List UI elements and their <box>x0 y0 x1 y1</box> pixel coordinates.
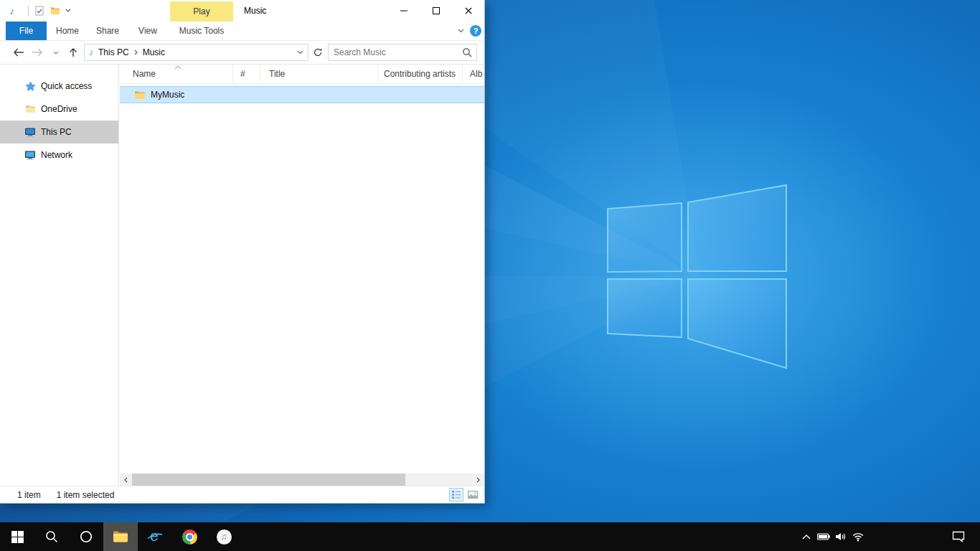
search-box <box>328 44 477 61</box>
sidebar-item-label: Quick access <box>41 81 92 91</box>
sort-ascending-icon <box>174 65 182 69</box>
play-header-label: Play <box>193 6 209 17</box>
search-icon <box>45 530 58 543</box>
address-dropdown-icon[interactable] <box>292 50 308 55</box>
search-input[interactable] <box>329 47 458 57</box>
column-header-album[interactable]: Alb <box>463 65 484 83</box>
qat-new-folder-icon[interactable] <box>50 6 60 15</box>
chevron-down-icon <box>53 51 59 55</box>
back-button[interactable] <box>9 41 29 64</box>
sidebar-item-onedrive[interactable]: OneDrive <box>0 98 118 121</box>
sidebar-item-label: OneDrive <box>41 104 77 114</box>
sidebar-item-label: This PC <box>41 127 72 137</box>
details-view-button[interactable] <box>449 488 463 501</box>
action-center-icon <box>952 531 965 542</box>
recent-locations-dropdown[interactable] <box>49 41 63 64</box>
monitor-icon <box>24 126 36 138</box>
cortana-button[interactable] <box>69 522 103 551</box>
internet-explorer-icon: e <box>146 529 164 545</box>
quick-access-toolbar-separator <box>28 6 29 16</box>
column-header-label: Alb <box>470 69 482 79</box>
view-toggle-buttons <box>449 488 480 501</box>
scroll-right-arrow[interactable] <box>472 474 484 486</box>
star-icon <box>24 80 36 92</box>
contextual-tab-play-header[interactable]: Play <box>170 1 233 22</box>
file-row-mymusic[interactable]: MyMusic <box>120 86 484 103</box>
chevron-up-icon <box>802 534 811 540</box>
tab-view[interactable]: View <box>131 22 165 40</box>
sidebar-item-quick-access[interactable]: Quick access <box>0 75 118 98</box>
up-arrow-icon <box>69 47 77 57</box>
breadcrumb-this-pc[interactable]: This PC <box>93 44 134 60</box>
large-icons-view-button[interactable] <box>466 488 480 501</box>
tab-file[interactable]: File <box>6 22 47 40</box>
tab-music-tools-label: Music Tools <box>179 26 224 36</box>
titlebar[interactable]: ♪ Play Music <box>0 0 484 22</box>
file-name: MyMusic <box>151 90 184 100</box>
action-center-button[interactable] <box>946 522 971 551</box>
maximize-icon <box>433 7 440 14</box>
qat-customize-dropdown-icon[interactable] <box>65 9 71 12</box>
horizontal-scrollbar[interactable] <box>120 474 484 486</box>
window-body: Quick access OneDrive This PC <box>0 65 484 486</box>
breadcrumb-this-pc-label: This PC <box>98 47 129 57</box>
address-row: ♪ This PC Music <box>0 41 484 65</box>
network-wifi-icon[interactable] <box>849 522 867 551</box>
folder-icon <box>24 103 36 115</box>
scrollbar-thumb[interactable] <box>132 474 405 486</box>
column-header-title[interactable]: Title <box>260 65 378 83</box>
taskbar-search-button[interactable] <box>34 522 69 551</box>
cortana-circle-icon <box>80 530 93 543</box>
scroll-left-arrow[interactable] <box>120 474 132 486</box>
status-bar: 1 item 1 item selected <box>0 486 484 503</box>
network-monitor-icon <box>24 149 36 161</box>
battery-icon[interactable] <box>815 522 832 551</box>
column-header-contributing-artists[interactable]: Contributing artists <box>378 65 463 83</box>
desktop: ♪ Play Music <box>0 0 980 551</box>
tab-music-tools[interactable]: Music Tools <box>170 22 233 40</box>
column-header-label: Title <box>269 69 285 79</box>
breadcrumb-music[interactable]: Music <box>138 44 170 60</box>
tab-home[interactable]: Home <box>50 22 85 40</box>
taskbar-file-explorer-button[interactable] <box>103 522 138 551</box>
help-button[interactable]: ? <box>470 25 481 37</box>
hidden-icons-chevron[interactable] <box>798 522 815 551</box>
expand-ribbon-button[interactable] <box>453 22 468 40</box>
sidebar-item-this-pc[interactable]: This PC <box>0 121 118 143</box>
refresh-button[interactable] <box>309 44 326 61</box>
taskbar-itunes-button[interactable]: ♫ <box>207 522 241 551</box>
refresh-icon <box>313 47 323 57</box>
column-header-number[interactable]: # <box>233 65 260 83</box>
close-button[interactable] <box>452 0 484 22</box>
windows-logo-icon <box>11 531 24 543</box>
forward-arrow-icon <box>32 48 43 57</box>
window-title: Music <box>244 0 266 22</box>
up-button[interactable] <box>65 41 82 64</box>
search-icon[interactable] <box>458 47 476 57</box>
taskbar-chrome-button[interactable] <box>172 522 207 551</box>
tab-share[interactable]: Share <box>89 22 126 40</box>
taskbar-internet-explorer-button[interactable]: e <box>138 522 172 551</box>
sidebar-item-network[interactable]: Network <box>0 143 118 166</box>
file-list: Name # Title Contributing artists Alb My… <box>120 65 484 486</box>
column-header-label: Name <box>133 69 156 79</box>
file-rows: MyMusic <box>120 84 484 103</box>
maximize-button[interactable] <box>420 0 452 22</box>
tab-share-label: Share <box>96 26 119 36</box>
forward-button[interactable] <box>29 41 46 64</box>
minimize-button[interactable] <box>387 0 420 22</box>
breadcrumb-music-label: Music <box>143 47 165 57</box>
sidebar-item-label: Network <box>41 150 72 160</box>
address-bar[interactable]: ♪ This PC Music <box>84 44 308 61</box>
tab-home-label: Home <box>56 26 79 36</box>
item-count: 1 item <box>17 490 41 500</box>
qat-properties-icon[interactable] <box>35 6 44 16</box>
ribbon-tab-row: File Home Share View Music Tools ? <box>0 22 484 41</box>
details-view-icon <box>452 491 461 499</box>
volume-icon[interactable] <box>832 522 849 551</box>
taskbar: e ♫ <box>0 522 980 551</box>
chevron-down-icon <box>458 29 464 33</box>
music-note-icon[interactable]: ♪ <box>9 5 14 17</box>
large-icons-view-icon <box>468 491 478 499</box>
start-button[interactable] <box>0 522 34 551</box>
